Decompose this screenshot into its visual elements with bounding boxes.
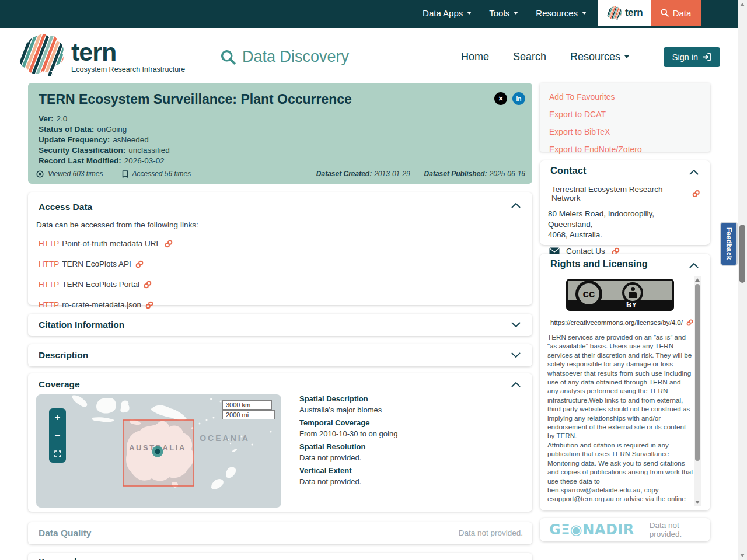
map-scale-mi: 2000 mi (222, 410, 275, 419)
sign-in-icon (702, 52, 711, 61)
contact-organisation-link[interactable]: Terrestrial Ecosystem Research Network (551, 185, 700, 202)
topnav-item-label: Tools (489, 8, 509, 18)
vertical-extent-label: Vertical Extent (299, 466, 527, 475)
access-data-title: Access Data (39, 202, 522, 212)
topnav-item-data-apps[interactable]: Data Apps (423, 8, 472, 18)
access-link-ro-crate[interactable]: HTTP ro-crate-metadata.json (39, 300, 522, 309)
coverage-map[interactable]: AUSTRALIA OCEANIA + − 3000 km 2000 mi (36, 394, 281, 508)
dataset-stats-row: Viewed 603 times Accessed 56 times Datas… (36, 170, 525, 178)
temporal-coverage-value: From 2010-10-30 to on going (299, 429, 527, 438)
search-icon (661, 9, 669, 17)
chevron-up-icon[interactable] (689, 169, 699, 175)
contact-address: 80 Meiers Road, Indooroopilly, Queenslan… (548, 209, 700, 240)
land-sulawesi (120, 400, 129, 412)
page: Data Apps Tools Resources tern Data (0, 0, 747, 560)
spatial-description-label: Spatial Description (299, 394, 527, 403)
license-text[interactable]: TERN services are provided on an “as-is”… (547, 332, 693, 505)
link-icon (145, 301, 153, 309)
chevron-up-icon[interactable] (689, 262, 699, 268)
geonadir-value: Data not provided. (650, 521, 701, 538)
spatial-resolution-label: Spatial Resolution (299, 442, 527, 451)
search-icon (221, 50, 236, 65)
coverage-title: Coverage (39, 379, 522, 390)
app-title-text: Data Discovery (242, 48, 349, 66)
dataset-published: Dataset Published:2025-06-16 (424, 170, 525, 178)
cc-attribution-person-icon (622, 282, 643, 303)
scroll-down-arrow[interactable] (740, 554, 745, 557)
share-x-icon[interactable]: ✕ (494, 92, 507, 105)
scroll-down-arrow[interactable] (695, 501, 700, 504)
link-icon (144, 281, 152, 289)
header-nav: Home Search Resources (461, 51, 629, 63)
license-disclaimer: TERN services are provided on an “as-is”… (547, 332, 693, 440)
caret-down-icon (582, 12, 587, 15)
map-label-oceania: OCEANIA (200, 433, 250, 443)
top-navbar-menu: Data Apps Tools Resources (423, 0, 587, 26)
map-zoom-controls: + − (49, 408, 66, 463)
rights-licensing-title: Rights and Licensing (550, 258, 700, 270)
access-link-point-of-truth[interactable]: HTTP Point-of-truth metadata URL (39, 239, 522, 248)
citation-information-section[interactable]: Citation Information (28, 314, 532, 336)
nav-resources-label: Resources (570, 51, 620, 63)
meta-update-frequency: Update Frequency:asNeeded (39, 135, 522, 145)
temporal-coverage-label: Temporal Coverage (299, 418, 527, 427)
tern-brand-text: tern (625, 7, 643, 19)
page-scrollbar[interactable] (738, 0, 747, 560)
share-icons: ✕ in (494, 92, 525, 105)
top-navbar: Data Apps Tools Resources tern Data (0, 0, 738, 28)
sign-in-button[interactable]: Sign in (664, 47, 720, 66)
map-marker (155, 449, 160, 454)
zoom-in-button[interactable]: + (49, 408, 66, 426)
topnav-data-button[interactable]: Data (651, 0, 701, 26)
nav-resources[interactable]: Resources (570, 51, 629, 63)
access-link-ecoplots-portal[interactable]: HTTP TERN EcoPlots Portal (39, 280, 522, 289)
viewed-count: Viewed 603 times (36, 170, 103, 178)
fullscreen-button[interactable] (49, 444, 66, 463)
fullscreen-icon (54, 450, 61, 457)
geonadir-logo: GΞ◉NADIR (549, 522, 634, 538)
tern-logo-icon (606, 6, 623, 20)
nav-home[interactable]: Home (461, 51, 489, 63)
scroll-up-arrow[interactable] (740, 3, 745, 6)
keywords-section[interactable]: Keywords (28, 553, 532, 560)
land-borneo (96, 398, 116, 413)
access-link-ecoplots-api[interactable]: HTTP TERN EcoPlots API (39, 260, 522, 268)
data-quality-section[interactable]: Data Quality Data not provided. (28, 522, 532, 544)
scroll-up-arrow[interactable] (695, 278, 700, 282)
dataset-summary-card: TERN Ecosystem Surveillance: Plant Occur… (28, 83, 532, 184)
chevron-up-icon[interactable] (511, 202, 521, 208)
topnav-item-resources[interactable]: Resources (536, 8, 587, 18)
chevron-down-icon[interactable] (511, 352, 521, 358)
topnav-tern-home-link[interactable]: tern (598, 0, 651, 26)
license-url-link[interactable]: https://creativecommons.org/licenses/by/… (550, 319, 693, 326)
nav-search[interactable]: Search (513, 51, 546, 63)
license-text-scrollbar[interactable] (694, 276, 701, 506)
topnav-item-tools[interactable]: Tools (489, 8, 518, 18)
link-icon (165, 240, 173, 248)
chevron-down-icon[interactable] (511, 322, 521, 328)
tern-logo[interactable]: tern Ecosystem Research Infrastructure (18, 33, 185, 77)
description-section[interactable]: Description (28, 344, 532, 366)
feedback-tab[interactable]: Feedback (720, 222, 738, 266)
export-bibtex-link[interactable]: Export to BibTeX (544, 124, 706, 141)
accessed-icon (122, 170, 128, 178)
scrollbar-thumb[interactable] (695, 284, 700, 461)
contact-section: Contact Terrestrial Ecosystem Research N… (540, 160, 710, 245)
cc-logo-icon: cc (575, 281, 602, 307)
data-button-label: Data (673, 8, 692, 18)
share-linkedin-icon[interactable]: in (512, 92, 525, 105)
accessed-count: Accessed 56 times (122, 170, 191, 178)
export-dcat-link[interactable]: Export to DCAT (544, 106, 706, 124)
actions-panel: Add To Favourites Export to DCAT Export … (540, 83, 710, 152)
chevron-up-icon[interactable] (511, 382, 521, 387)
cc-by-badge[interactable]: BY cc (566, 279, 674, 311)
citation-information-title: Citation Information (39, 320, 522, 330)
tern-australia-logo-icon (18, 33, 67, 77)
add-to-favourites-link[interactable]: Add To Favourites (544, 89, 706, 106)
meta-version: Ver:2.0 (39, 114, 522, 124)
export-endnote-link[interactable]: Export to EndNote/Zotero (544, 141, 706, 159)
zoom-out-button[interactable]: − (49, 426, 66, 444)
license-attribution: Attribution and citation is required in … (547, 440, 693, 505)
scrollbar-thumb[interactable] (739, 225, 745, 283)
caret-down-icon (467, 12, 472, 15)
